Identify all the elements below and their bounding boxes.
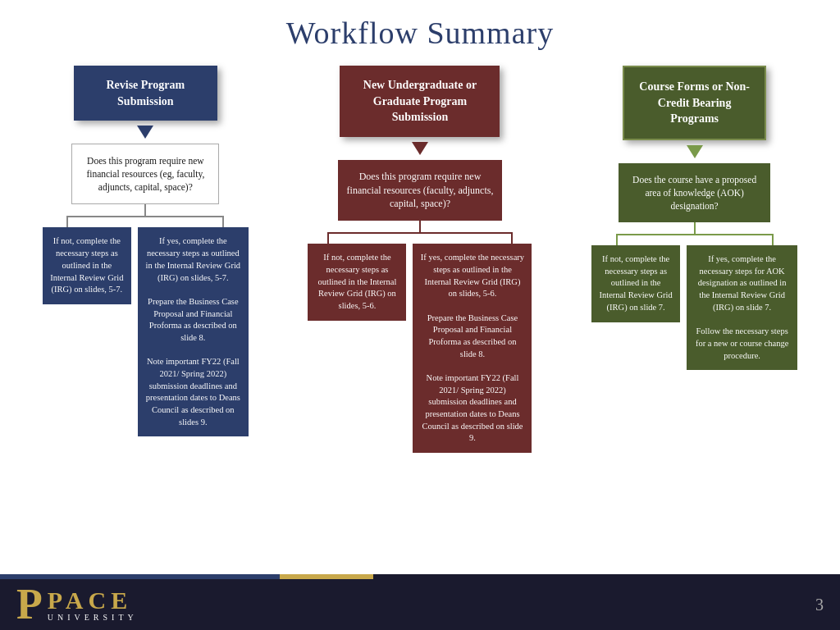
column-course: Course Forms or Non-Credit Bearing Progr… (580, 66, 810, 370)
answer-course-no: If not, complete the necessary steps as … (591, 245, 680, 322)
column-revise: Revise Program Submission Does this prog… (30, 66, 260, 436)
page-number: 3 (815, 596, 824, 614)
question-course: Does the course have a proposed area of … (619, 163, 770, 222)
column-new: New Undergraduate or Graduate Program Su… (289, 66, 551, 453)
answer-course-no-box: If not, complete the necessary steps as … (591, 245, 680, 322)
workflow-area: Revise Program Submission Does this prog… (0, 66, 840, 453)
pace-name: PACE (48, 588, 138, 613)
footer: P PACE UNIVERSITY 3 (0, 579, 840, 630)
pace-text: PACE UNIVERSITY (48, 588, 138, 622)
branch-line-revise (47, 204, 244, 227)
answer-new-no: If not, complete the necessary steps as … (308, 244, 406, 320)
header-revise: Revise Program Submission (74, 66, 217, 121)
question-revise: Does this program require new financial … (71, 144, 219, 204)
question-new: Does this program require new financial … (338, 160, 502, 221)
arrow-new-down (412, 142, 428, 155)
answers-course: If not, complete the necessary steps as … (580, 245, 810, 370)
answers-new: If not, complete the necessary steps as … (289, 244, 551, 453)
answer-course-yes-box: If yes, complete the necessary steps for… (687, 245, 797, 370)
answer-new-yes: If yes, complete the necessary steps as … (413, 244, 532, 453)
header-course: Course Forms or Non-Credit Bearing Progr… (623, 66, 766, 140)
page-title: Workflow Summary (0, 0, 840, 62)
answer-revise-yes: If yes, complete the necessary steps as … (138, 227, 249, 436)
arrow-course-down (687, 145, 703, 158)
answer-revise-no-box: If not, complete the necessary steps as … (43, 227, 131, 304)
arrow-revise-down (137, 126, 153, 139)
pace-p-letter: P (16, 583, 43, 626)
pace-logo-container: P PACE UNIVERSITY (16, 583, 138, 626)
university-label: UNIVERSITY (48, 613, 138, 622)
branch-line-new (309, 221, 531, 244)
answer-revise-yes-box: If yes, complete the necessary steps as … (138, 227, 249, 436)
branch-line-course (596, 222, 793, 245)
answer-new-no-box: If not, complete the necessary steps as … (308, 244, 406, 320)
answer-new-yes-box: If yes, complete the necessary steps as … (413, 244, 532, 453)
header-new: New Undergraduate or Graduate Program Su… (340, 66, 500, 137)
footer-logo: P PACE UNIVERSITY (16, 583, 138, 626)
answer-revise-no: If not, complete the necessary steps as … (43, 227, 131, 304)
answer-course-yes: If yes, complete the necessary steps for… (687, 245, 797, 370)
answers-revise: If not, complete the necessary steps as … (30, 227, 260, 436)
